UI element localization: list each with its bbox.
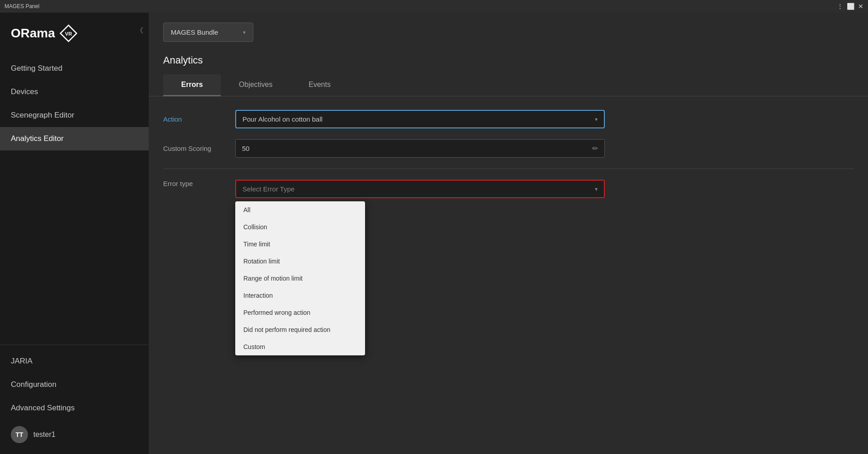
error-type-chevron-icon: ▾ — [595, 186, 598, 192]
action-select-value: Pour Alcohol on cotton ball — [242, 115, 323, 123]
sidebar-logo: ORama VR — [0, 13, 149, 52]
content-area: MAGES Bundle ▾ Analytics Errors Objectiv… — [149, 13, 868, 454]
logo-text: ORama — [11, 26, 55, 41]
tab-errors[interactable]: Errors — [163, 74, 221, 96]
sidebar-item-advanced-settings[interactable]: Advanced Settings — [0, 396, 149, 420]
custom-scoring-label: Custom Scoring — [163, 145, 226, 152]
divider — [163, 168, 854, 169]
dropdown-item-did-not-perform[interactable]: Did not perform required action — [235, 321, 365, 338]
title-bar-close-btn[interactable]: ✕ — [858, 3, 863, 10]
dropdown-item-rotation-limit[interactable]: Rotation limit — [235, 253, 365, 270]
sidebar-nav: Getting Started Devices Scenegraph Edito… — [0, 52, 149, 345]
avatar: TT — [11, 426, 28, 443]
sidebar-item-devices[interactable]: Devices — [0, 80, 149, 104]
action-label: Action — [163, 115, 226, 123]
tabs-row: Errors Objectives Events — [149, 74, 868, 96]
custom-scoring-input[interactable]: 50 ✏ — [235, 139, 605, 158]
error-type-select[interactable]: Select Error Type ▾ — [235, 180, 605, 198]
title-bar-text: MAGES Panel — [5, 3, 39, 9]
custom-scoring-value: 50 — [242, 145, 250, 152]
sidebar-item-configuration[interactable]: Configuration — [0, 373, 149, 396]
error-type-row: Error type Select Error Type ▾ All Colli… — [163, 180, 854, 198]
action-select[interactable]: Pour Alcohol on cotton ball ▾ — [235, 110, 605, 128]
error-type-dropdown: All Collision Time limit Rotation limit … — [235, 201, 365, 355]
sidebar: ORama VR 《 Getting Started Devices Scene… — [0, 13, 149, 454]
action-select-chevron-icon: ▾ — [595, 116, 598, 123]
bundle-dropdown-label: MAGES Bundle — [171, 28, 218, 36]
dropdown-item-interaction[interactable]: Interaction — [235, 287, 365, 304]
title-bar-controls: ⋮ ⬜ ✕ — [837, 3, 863, 10]
tab-events[interactable]: Events — [291, 74, 349, 96]
title-bar-restore-btn[interactable]: ⬜ — [847, 3, 854, 10]
sidebar-collapse-btn[interactable]: 《 — [136, 26, 143, 36]
dropdown-item-performed-wrong-action[interactable]: Performed wrong action — [235, 304, 365, 321]
title-bar-menu-btn[interactable]: ⋮ — [837, 3, 843, 10]
tab-objectives[interactable]: Objectives — [221, 74, 291, 96]
page-title: Analytics — [163, 54, 854, 66]
sidebar-item-jaria[interactable]: JARIA — [0, 350, 149, 373]
error-type-placeholder: Select Error Type — [242, 185, 295, 193]
title-bar: MAGES Panel ⋮ ⬜ ✕ — [0, 0, 868, 13]
dropdown-item-all[interactable]: All — [235, 201, 365, 218]
sidebar-bottom: JARIA Configuration Advanced Settings TT… — [0, 345, 149, 454]
dropdown-item-time-limit[interactable]: Time limit — [235, 236, 365, 253]
content-header: MAGES Bundle ▾ Analytics — [149, 13, 868, 74]
dropdown-item-collision[interactable]: Collision — [235, 218, 365, 236]
bundle-dropdown-chevron-icon: ▾ — [243, 29, 246, 36]
custom-scoring-row: Custom Scoring 50 ✏ — [163, 139, 854, 158]
sidebar-item-scenegraph-editor[interactable]: Scenegraph Editor — [0, 104, 149, 127]
logo-diamond-icon: VR — [59, 23, 78, 43]
dropdown-item-custom[interactable]: Custom — [235, 338, 365, 355]
error-type-label: Error type — [163, 180, 226, 187]
action-row: Action Pour Alcohol on cotton ball ▾ — [163, 110, 854, 128]
sidebar-item-analytics-editor[interactable]: Analytics Editor — [0, 127, 149, 150]
bundle-dropdown[interactable]: MAGES Bundle ▾ — [163, 23, 253, 42]
form-content: Action Pour Alcohol on cotton ball ▾ Cus… — [149, 96, 868, 454]
edit-icon[interactable]: ✏ — [588, 144, 598, 153]
dropdown-item-range-of-motion[interactable]: Range of motion limit — [235, 270, 365, 287]
sidebar-item-getting-started[interactable]: Getting Started — [0, 57, 149, 80]
sidebar-user[interactable]: TT tester1 — [0, 420, 149, 449]
username-label: tester1 — [33, 431, 55, 439]
svg-text:VR: VR — [65, 31, 72, 36]
